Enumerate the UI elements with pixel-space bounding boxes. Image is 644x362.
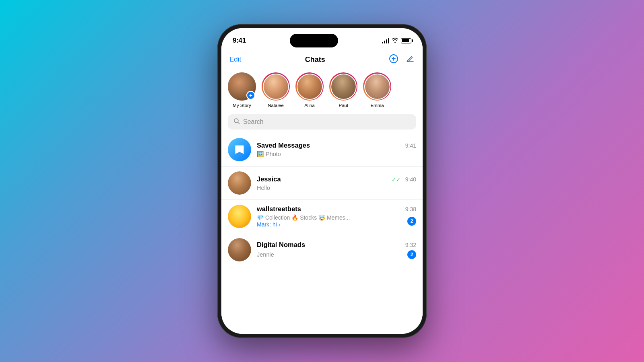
avatar-emma <box>364 74 390 100</box>
compose-button[interactable] <box>406 54 415 65</box>
story-name-emma: Emma <box>370 103 384 108</box>
status-bar: 9:41 <box>221 28 423 51</box>
chat-item-wallstreetbets[interactable]: wallstreetbets 9:38 💎 Collection 🔥 Stock… <box>221 200 423 233</box>
header-actions <box>389 54 415 65</box>
status-icons <box>382 37 411 44</box>
chat-preview-digital-nomads: Jennie <box>257 251 404 258</box>
search-bar[interactable]: Search <box>228 114 416 130</box>
add-story-badge: + <box>246 91 255 100</box>
chat-time-digital-nomads: 9:32 <box>405 242 416 248</box>
wifi-icon <box>392 37 398 44</box>
phone-frame: 9:41 <box>217 24 427 338</box>
story-name-my-story: My Story <box>233 103 251 108</box>
chat-name-wallstreetbets: wallstreetbets <box>257 205 301 213</box>
chat-tags-wallstreetbets: 💎 Collection 🔥 Stocks 🤯 Memes... <box>257 214 404 221</box>
chat-name-saved-messages: Saved Messages <box>257 142 310 149</box>
avatar-jessica <box>228 171 251 195</box>
page-title: Chats <box>305 56 325 64</box>
chats-header: Edit Chats <box>221 51 423 70</box>
chat-time-wallstreetbets: 9:38 <box>405 206 416 212</box>
story-name-paul: Paul <box>339 103 348 108</box>
search-icon <box>233 118 240 126</box>
avatar-paul <box>330 74 357 100</box>
chat-mark-wallstreetbets: Mark: hi › <box>257 221 404 228</box>
status-time: 9:41 <box>233 37 246 45</box>
stories-row: + My Story Natalee <box>221 70 423 113</box>
chat-item-saved-messages[interactable]: Saved Messages 9:41 🖼️ Photo <box>221 133 423 167</box>
chat-time-jessica: 9:40 <box>405 176 416 183</box>
add-chat-button[interactable] <box>389 54 398 65</box>
chat-list: Saved Messages 9:41 🖼️ Photo Jessica <box>221 133 423 334</box>
avatar-natalee <box>263 74 289 100</box>
story-name-alina: Alina <box>304 103 315 108</box>
unread-badge-wallstreetbets: 2 <box>407 217 416 226</box>
avatar-wallstreetbets <box>228 205 251 228</box>
svg-line-4 <box>238 122 239 124</box>
chat-name-digital-nomads: Digital Nomads <box>257 241 305 249</box>
phone-screen: 9:41 <box>221 28 423 334</box>
avatar-digital-nomads <box>228 238 251 261</box>
dynamic-island <box>290 34 338 47</box>
avatar-alina <box>297 74 323 100</box>
chat-item-digital-nomads[interactable]: Digital Nomads 9:32 Jennie 2 <box>221 233 423 266</box>
avatar-saved-messages <box>228 138 251 161</box>
chat-time-saved-messages: 9:41 <box>405 142 416 149</box>
edit-button[interactable]: Edit <box>229 56 241 64</box>
chat-preview-saved-messages: 🖼️ Photo <box>257 151 416 158</box>
story-item-emma[interactable]: Emma <box>363 72 391 108</box>
chat-name-jessica: Jessica <box>257 175 281 183</box>
story-item-alina[interactable]: Alina <box>295 72 324 108</box>
read-receipt-icon: ✓✓ <box>392 177 400 183</box>
story-item-paul[interactable]: Paul <box>329 72 357 108</box>
unread-badge-digital-nomads: 2 <box>407 250 416 259</box>
story-item-my-story[interactable]: + My Story <box>228 72 256 108</box>
story-name-natalee: Natalee <box>268 103 284 108</box>
signal-icon <box>382 38 389 43</box>
chat-preview-jessica: Hello <box>257 185 416 191</box>
search-placeholder: Search <box>243 118 264 125</box>
battery-icon <box>401 38 411 43</box>
story-item-natalee[interactable]: Natalee <box>262 72 290 108</box>
chat-item-jessica[interactable]: Jessica ✓✓ 9:40 Hello <box>221 167 423 200</box>
